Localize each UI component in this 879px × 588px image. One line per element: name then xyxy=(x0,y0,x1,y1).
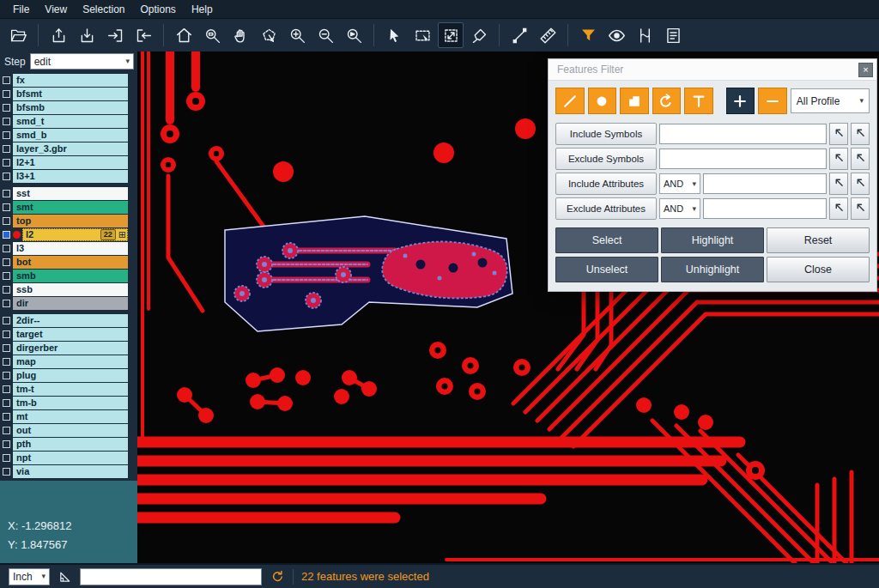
pick-from-graphic-button[interactable] xyxy=(829,173,848,195)
layer-visibility-checkbox[interactable] xyxy=(3,317,10,324)
layer-visibility-checkbox[interactable] xyxy=(3,344,10,352)
include-attributes-input[interactable] xyxy=(703,173,827,194)
layer-visibility-checkbox[interactable] xyxy=(3,440,10,448)
arc-tool-button[interactable] xyxy=(652,88,682,114)
pointer-select-button[interactable] xyxy=(381,22,407,48)
select-button[interactable]: Select xyxy=(555,227,658,253)
layer-name-bar[interactable]: smt xyxy=(13,201,128,214)
layer-visibility-checkbox[interactable] xyxy=(3,145,10,153)
layer-visibility-checkbox[interactable] xyxy=(3,385,10,393)
logic-operator-select[interactable]: AND▾ xyxy=(659,173,700,194)
report-list-button[interactable] xyxy=(660,22,686,48)
layer-name-bar[interactable]: smb xyxy=(13,270,128,282)
step-left-button[interactable] xyxy=(102,22,128,48)
layer-visibility-checkbox[interactable] xyxy=(3,272,10,280)
menu-file[interactable]: File xyxy=(5,2,37,17)
dialog-close-button[interactable]: × xyxy=(858,63,873,77)
layer-visibility-checkbox[interactable] xyxy=(3,203,10,211)
layer-visibility-checkbox[interactable] xyxy=(3,454,10,462)
layer-name-bar[interactable]: l222⊞ xyxy=(22,228,128,241)
layer-visibility-checkbox[interactable] xyxy=(3,118,10,125)
surface-tool-button[interactable] xyxy=(620,88,649,114)
command-input[interactable] xyxy=(80,568,262,585)
layer-visibility-checkbox[interactable] xyxy=(3,190,10,197)
include-symbols-input[interactable] xyxy=(659,124,827,144)
layer-visibility-checkbox[interactable] xyxy=(3,104,10,112)
layer-visibility-checkbox[interactable] xyxy=(3,300,10,307)
export-step-button[interactable] xyxy=(45,22,71,48)
pick-from-graphic-button[interactable] xyxy=(829,123,848,145)
clear-highlight-button[interactable] xyxy=(466,22,492,48)
snap-angle-icon[interactable] xyxy=(58,569,72,584)
units-select[interactable]: Inch ▾ xyxy=(9,568,50,585)
layer-name-bar[interactable]: l2+1 xyxy=(13,156,128,169)
layer-name-bar[interactable]: fx xyxy=(13,74,128,87)
layer-name-bar[interactable]: out xyxy=(13,424,128,437)
zoom-in-button[interactable] xyxy=(284,22,310,48)
layer-name-bar[interactable]: dirgerber xyxy=(13,342,128,355)
layer-name-bar[interactable]: pth xyxy=(13,438,128,451)
zoom-window-button[interactable] xyxy=(199,22,225,48)
layer-name-bar[interactable]: bfsmt xyxy=(13,88,128,100)
layer-name-bar[interactable]: dir xyxy=(13,297,128,310)
include-attributes-button[interactable]: Include Attributes xyxy=(555,173,657,195)
layer-visibility-checkbox[interactable] xyxy=(3,286,10,294)
menu-view[interactable]: View xyxy=(37,2,75,17)
pick-from-graphic-button[interactable] xyxy=(851,173,870,195)
unhighlight-button[interactable]: Unhighlight xyxy=(661,257,764,282)
layer-visibility-checkbox[interactable] xyxy=(3,468,10,476)
layer-visibility-checkbox[interactable] xyxy=(3,131,10,139)
layer-visibility-checkbox[interactable] xyxy=(3,399,10,407)
pick-from-graphic-button[interactable] xyxy=(851,123,870,145)
pad-tool-button[interactable] xyxy=(588,88,617,114)
layer-visibility-checkbox[interactable] xyxy=(3,372,10,379)
layer-name-bar[interactable]: map xyxy=(13,355,128,368)
layer-name-bar[interactable]: mt xyxy=(13,410,128,423)
text-tool-button[interactable] xyxy=(684,88,713,114)
close-button[interactable]: Close xyxy=(767,257,870,282)
profile-select[interactable]: All Profile ▾ xyxy=(791,88,870,113)
features-filter-button[interactable] xyxy=(575,22,601,48)
exclude-symbols-input[interactable] xyxy=(659,149,827,169)
pick-from-graphic-button[interactable] xyxy=(829,148,848,170)
logic-operator-select[interactable]: AND▾ xyxy=(659,198,700,219)
layer-name-bar[interactable]: bot xyxy=(13,256,128,269)
layer-visibility-button[interactable] xyxy=(603,22,629,48)
layer-name-bar[interactable]: plug xyxy=(13,369,128,382)
menu-selection[interactable]: Selection xyxy=(75,2,132,17)
line-endpoints-button[interactable] xyxy=(506,22,532,48)
layer-name-bar[interactable]: smd_t xyxy=(13,115,128,128)
layer-name-bar[interactable]: l3+1 xyxy=(13,170,128,183)
layer-visibility-checkbox[interactable] xyxy=(3,245,10,252)
exclude-symbols-button[interactable]: Exclude Symbols xyxy=(555,148,657,170)
layer-name-bar[interactable]: bfsmb xyxy=(13,101,128,114)
remove-condition-button[interactable] xyxy=(758,88,787,114)
reset-button[interactable]: Reset xyxy=(767,227,870,253)
home-view-button[interactable] xyxy=(171,22,197,48)
layer-visibility-checkbox[interactable] xyxy=(3,413,10,421)
menu-options[interactable]: Options xyxy=(133,2,184,17)
exclude-attributes-input[interactable] xyxy=(703,198,827,219)
features-select-button[interactable] xyxy=(438,22,464,48)
open-folder-button[interactable] xyxy=(5,22,31,48)
add-condition-button[interactable] xyxy=(726,88,755,114)
import-step-button[interactable] xyxy=(74,22,100,48)
step-select[interactable]: edit ▾ xyxy=(30,53,134,70)
menu-help[interactable]: Help xyxy=(184,2,221,17)
layer-name-bar[interactable]: top xyxy=(13,215,128,227)
layer-name-bar[interactable]: 2dir-- xyxy=(13,314,128,327)
layer-name-bar[interactable]: sst xyxy=(13,187,128,200)
layer-visibility-checkbox[interactable] xyxy=(3,358,10,366)
zoom-out-button[interactable] xyxy=(312,22,338,48)
layer-visibility-checkbox[interactable] xyxy=(3,258,10,266)
layer-visibility-checkbox[interactable] xyxy=(3,231,10,239)
lasso-select-button[interactable] xyxy=(256,22,282,48)
dialog-titlebar[interactable]: Features Filter × xyxy=(549,59,876,81)
layer-name-bar[interactable]: smd_b xyxy=(13,129,128,142)
pick-from-graphic-button[interactable] xyxy=(829,197,848,220)
line-tool-button[interactable] xyxy=(555,88,585,114)
layer-visibility-checkbox[interactable] xyxy=(3,76,10,84)
measure-ruler-button[interactable] xyxy=(535,22,561,48)
layer-name-bar[interactable]: npt xyxy=(13,452,128,464)
layer-name-bar[interactable]: tm-b xyxy=(13,397,128,409)
